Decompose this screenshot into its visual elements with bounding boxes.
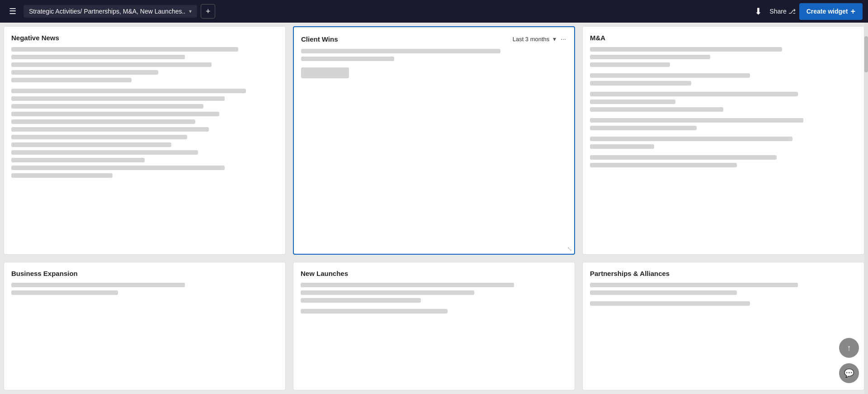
skeleton-line xyxy=(590,137,793,141)
skeleton-line xyxy=(11,158,145,162)
widget-title: Partnerships & Alliances xyxy=(590,270,857,277)
menu-button[interactable]: ☰ xyxy=(5,4,20,19)
skeleton-line xyxy=(301,49,500,53)
skeleton-line xyxy=(11,112,219,116)
title-chevron-icon: ▾ xyxy=(189,8,192,14)
content-group-2 xyxy=(590,73,857,85)
skeleton-line xyxy=(590,126,697,130)
skeleton-line xyxy=(11,62,212,67)
skeleton-line xyxy=(590,155,777,160)
skeleton-line xyxy=(590,107,723,112)
skeleton-line xyxy=(301,309,448,313)
skeleton-line xyxy=(590,118,803,123)
time-filter-label: Last 3 months xyxy=(513,36,550,43)
skeleton-line xyxy=(590,283,798,287)
menu-icon: ☰ xyxy=(9,7,16,16)
skeleton-line xyxy=(11,290,118,295)
main-content-grid: Negative News Client Wins xyxy=(0,23,868,394)
skeleton-line xyxy=(590,47,782,52)
skeleton-line xyxy=(590,73,750,78)
widget-negative-news[interactable]: Negative News xyxy=(4,26,286,255)
skeleton-line xyxy=(11,150,198,155)
widget-new-launches[interactable]: New Launches xyxy=(293,262,575,390)
content-group-6 xyxy=(590,155,857,167)
content-group-1 xyxy=(301,49,567,61)
content-group-1 xyxy=(590,47,857,67)
skeleton-line xyxy=(301,57,394,61)
content-group-4 xyxy=(590,118,857,130)
share-icon: ⎇ xyxy=(788,8,796,15)
scroll-to-top-button[interactable]: ↑ xyxy=(839,338,859,358)
widget-partnerships-alliances[interactable]: Partnerships & Alliances xyxy=(582,262,864,390)
content-group-2 xyxy=(590,301,857,306)
scrollbar-thumb xyxy=(864,36,868,72)
skeleton-line xyxy=(590,92,798,96)
skeleton-line xyxy=(11,78,132,82)
skeleton-line xyxy=(301,298,421,303)
skeleton-line xyxy=(590,144,654,149)
create-widget-plus-icon: + xyxy=(850,7,855,16)
content-group-1 xyxy=(301,283,567,303)
skeleton-line xyxy=(11,173,113,178)
content-group-1 xyxy=(11,47,278,82)
skeleton-line xyxy=(11,70,158,75)
download-button[interactable]: ⬇ xyxy=(751,4,766,19)
ellipsis-icon: ··· xyxy=(561,35,566,43)
content-group-3 xyxy=(590,92,857,112)
share-label: Share xyxy=(769,8,786,15)
add-tab-button[interactable]: + xyxy=(201,4,215,19)
content-group-5 xyxy=(590,137,857,149)
content-group-2 xyxy=(11,89,278,178)
content-group-2 xyxy=(301,309,567,313)
skeleton-line xyxy=(11,55,185,59)
skeleton-line xyxy=(11,119,195,124)
skeleton-line xyxy=(590,301,750,306)
skeleton-line xyxy=(11,104,203,109)
skeleton-line xyxy=(11,127,209,132)
widget-title: New Launches xyxy=(301,270,567,277)
scrollbar[interactable] xyxy=(864,23,868,394)
skeleton-line xyxy=(590,62,670,67)
top-navigation: ☰ Strategic Activities/ Partnerships, M&… xyxy=(0,0,868,23)
widget-business-expansion[interactable]: Business Expansion xyxy=(4,262,286,390)
widget-title: Business Expansion xyxy=(11,270,278,277)
widget-title: M&A xyxy=(590,34,857,42)
download-icon: ⬇ xyxy=(755,6,762,16)
widget-title: Negative News xyxy=(11,34,278,42)
create-widget-label: Create widget xyxy=(807,8,848,15)
skeleton-line xyxy=(590,100,675,104)
content-group-1 xyxy=(11,283,278,295)
skeleton-block xyxy=(301,67,349,78)
skeleton-line xyxy=(11,166,225,170)
widget-controls: Last 3 months ▾ ··· xyxy=(513,34,567,43)
skeleton-line xyxy=(11,283,185,287)
skeleton-line xyxy=(11,135,187,139)
widget-ma[interactable]: M&A xyxy=(582,26,864,255)
title-dropdown[interactable]: Strategic Activities/ Partnerships, M&A,… xyxy=(24,5,197,18)
time-filter-chevron-button[interactable]: ▾ xyxy=(552,34,557,43)
skeleton-line xyxy=(11,96,225,101)
widget-header: Client Wins Last 3 months ▾ ··· xyxy=(301,34,567,43)
skeleton-line xyxy=(11,142,171,147)
skeleton-line xyxy=(301,290,474,295)
widget-title: Client Wins xyxy=(301,35,338,43)
add-icon: + xyxy=(206,7,211,16)
content-group-1 xyxy=(590,283,857,295)
chat-button[interactable]: 💬 xyxy=(839,363,859,383)
skeleton-line xyxy=(590,55,710,59)
skeleton-line xyxy=(590,290,737,295)
skeleton-line xyxy=(590,81,691,85)
arrow-up-icon: ↑ xyxy=(847,343,851,353)
skeleton-line xyxy=(11,89,246,93)
chat-icon: 💬 xyxy=(844,368,854,378)
share-area[interactable]: Share ⎇ xyxy=(769,8,795,15)
create-widget-button[interactable]: Create widget + xyxy=(799,3,863,20)
chevron-down-icon: ▾ xyxy=(553,35,556,43)
more-options-button[interactable]: ··· xyxy=(560,34,567,43)
widget-client-wins[interactable]: Client Wins Last 3 months ▾ ··· ⤡ xyxy=(293,26,575,255)
content-group-2 xyxy=(301,67,567,78)
skeleton-line xyxy=(590,163,737,167)
nav-title-text: Strategic Activities/ Partnerships, M&A,… xyxy=(29,8,185,15)
skeleton-line xyxy=(301,283,514,287)
resize-handle-icon[interactable]: ⤡ xyxy=(567,246,572,252)
